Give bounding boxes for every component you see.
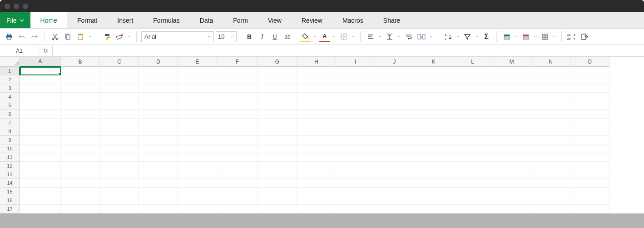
cell[interactable] [61,127,100,136]
traffic-light-zoom[interactable] [23,4,28,9]
cell[interactable] [258,170,297,179]
cell[interactable] [531,144,570,153]
column-header[interactable]: G [258,57,297,67]
cell[interactable] [297,101,336,110]
cell[interactable] [20,119,61,127]
cell[interactable] [570,196,609,205]
cell[interactable] [492,67,531,75]
cell[interactable] [178,75,217,84]
format-cells-dropdown[interactable] [552,35,557,39]
cell[interactable] [531,162,570,170]
cell[interactable] [100,110,139,119]
cell[interactable] [414,119,453,127]
cell[interactable] [20,196,61,205]
cell[interactable] [217,179,258,188]
cell[interactable] [20,93,61,101]
cell[interactable] [414,136,453,144]
format-cells-button[interactable] [540,31,550,42]
cell[interactable] [531,127,570,136]
cell[interactable] [217,67,258,75]
row-header[interactable]: 17 [0,205,20,213]
cell[interactable] [217,144,258,153]
cell[interactable] [336,101,375,110]
cell[interactable] [297,170,336,179]
cell[interactable] [100,162,139,170]
cell[interactable] [61,110,100,119]
tab-home[interactable]: Home [30,12,67,28]
export-button[interactable] [579,31,590,42]
merge-cells-button[interactable] [416,31,427,42]
cell[interactable] [492,162,531,170]
cell[interactable] [20,170,61,179]
cell[interactable] [531,205,570,213]
cell[interactable] [531,136,570,144]
cell[interactable] [61,205,100,213]
cell[interactable] [258,127,297,136]
filter-dropdown[interactable] [475,35,479,39]
cell[interactable] [178,101,217,110]
strikethrough-button[interactable]: ab [282,31,293,42]
cell[interactable] [297,93,336,101]
cell[interactable] [178,67,217,75]
column-header[interactable]: O [570,57,609,67]
format-painter-button[interactable] [102,31,113,42]
cell[interactable] [492,136,531,144]
cell[interactable] [492,179,531,188]
delete-rows-dropdown[interactable] [533,35,538,39]
row-header[interactable]: 11 [0,153,20,162]
cell[interactable] [139,136,178,144]
cell[interactable] [61,162,100,170]
cell[interactable] [375,101,414,110]
cell[interactable] [217,205,258,213]
cell[interactable] [336,119,375,127]
cell[interactable] [492,110,531,119]
cell[interactable] [20,162,61,170]
cell[interactable] [217,153,258,162]
column-header[interactable]: N [531,57,570,67]
borders-dropdown[interactable] [351,35,356,39]
align-horizontal-button[interactable] [365,31,376,42]
cell[interactable] [414,127,453,136]
cell[interactable] [570,136,609,144]
cell[interactable] [258,188,297,196]
cell[interactable] [531,196,570,205]
cell[interactable] [100,101,139,110]
cell[interactable] [100,119,139,127]
cell[interactable] [492,153,531,162]
cell[interactable] [453,119,492,127]
bold-button[interactable]: B [244,31,255,42]
cell[interactable] [414,205,453,213]
align-vertical-button[interactable] [384,31,395,42]
cell[interactable] [375,127,414,136]
cell[interactable] [258,179,297,188]
cell[interactable] [139,127,178,136]
cell[interactable] [178,93,217,101]
row-header[interactable]: 8 [0,127,20,136]
cell[interactable] [414,75,453,84]
cell[interactable] [531,67,570,75]
cell[interactable] [217,196,258,205]
cell[interactable] [492,119,531,127]
cell[interactable] [453,179,492,188]
cell[interactable] [139,170,178,179]
cell[interactable] [258,144,297,153]
cell[interactable] [139,67,178,75]
cell[interactable] [297,119,336,127]
row-header[interactable]: 10 [0,144,20,153]
cell[interactable] [217,136,258,144]
column-header[interactable]: F [217,57,258,67]
cell[interactable] [20,136,61,144]
cell[interactable] [570,75,609,84]
cell[interactable] [492,127,531,136]
cell[interactable] [453,136,492,144]
cell[interactable] [61,119,100,127]
cell[interactable] [178,84,217,93]
cell[interactable] [531,188,570,196]
font-name-select[interactable]: Arial [141,31,214,42]
cell[interactable] [139,188,178,196]
cell[interactable] [570,162,609,170]
redo-button[interactable] [29,31,40,42]
cell[interactable] [178,119,217,127]
insert-rows-dropdown[interactable] [514,35,519,39]
cell[interactable] [336,75,375,84]
